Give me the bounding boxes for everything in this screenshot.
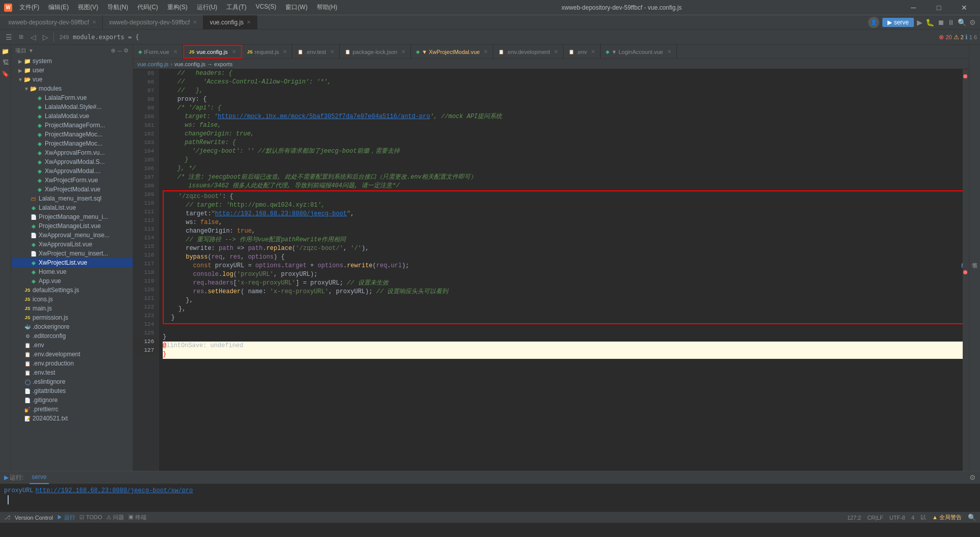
tree-item-defaultsettings[interactable]: ▶ JS defaultSettings.js bbox=[11, 286, 133, 295]
file-tab-close-login[interactable]: ✕ bbox=[667, 49, 671, 54]
line-ending[interactable]: CR|LF bbox=[867, 515, 883, 521]
file-tab-env[interactable]: 📋 .env ✕ bbox=[563, 45, 601, 59]
menu-run[interactable]: 运行(U) bbox=[193, 2, 222, 13]
file-tab-login[interactable]: ◈ ▼ LoginAccount.vue ✕ bbox=[601, 45, 676, 59]
tab-close-3[interactable]: ✕ bbox=[247, 19, 251, 25]
panel-collapse-btn[interactable]: ─ bbox=[117, 48, 122, 54]
search-everywhere-icon[interactable]: 🔍 bbox=[958, 18, 966, 26]
file-tab-pkglock[interactable]: 📋 package-lock.json ✕ bbox=[340, 45, 411, 59]
todo-btn-status[interactable]: ☑ TODO bbox=[79, 514, 102, 521]
project-view-btn[interactable]: ☰ bbox=[3, 32, 14, 43]
file-tab-env-development[interactable]: 📋 .env.development ✕ bbox=[493, 45, 563, 59]
menu-code[interactable]: 代码(C) bbox=[133, 2, 162, 13]
menu-nav[interactable]: 导航(N) bbox=[103, 2, 132, 13]
bottom-tab-serve[interactable]: serve bbox=[29, 471, 48, 484]
project-tab-3[interactable]: vue.config.js ✕ bbox=[203, 15, 257, 30]
tree-item-env-test[interactable]: ▶ 📋 .env.test bbox=[11, 368, 133, 377]
tree-item-env-prod[interactable]: ▶ 📋 .env.production bbox=[11, 359, 133, 368]
tree-item-xwproject-menu[interactable]: ▶ 📄 XwProject_menu_insert... bbox=[11, 249, 133, 258]
side-panel-header[interactable]: 项目 ▼ ⊕ ─ ⚙ bbox=[11, 45, 133, 56]
tree-item-projectmanagemoc2[interactable]: ▶ ◈ ProjectManageMoc... bbox=[11, 139, 133, 148]
menu-window[interactable]: 窗口(W) bbox=[281, 2, 311, 13]
debug-icon[interactable]: 🐛 bbox=[926, 18, 934, 26]
menu-tools[interactable]: 工具(T) bbox=[222, 2, 250, 13]
tree-item-app[interactable]: ▶ ◈ App.vue bbox=[11, 276, 133, 286]
avatar-icon[interactable]: 👤 bbox=[868, 17, 879, 28]
global-warning[interactable]: ▲ 全局警告 bbox=[932, 514, 962, 521]
tree-item-vue[interactable]: ▼ 📂 vue bbox=[11, 75, 133, 84]
file-tab-close-env[interactable]: ✕ bbox=[330, 49, 334, 54]
tree-item-system[interactable]: ▶ 📁 system bbox=[11, 56, 133, 66]
tab-close-2[interactable]: ✕ bbox=[193, 19, 197, 25]
cursor-position[interactable]: 127:2 bbox=[847, 515, 862, 521]
panel-settings-btn[interactable]: ⚙ bbox=[124, 47, 129, 54]
tree-item-dockerignore[interactable]: ▶ 🐳 .dockerignore bbox=[11, 322, 133, 331]
tree-item-lalalamodal[interactable]: ▶ ◈ LalalaModal.vue bbox=[11, 111, 133, 121]
project-icon[interactable]: 📁 bbox=[1, 47, 10, 56]
tree-item-permission-js[interactable]: ▶ JS permission.js bbox=[11, 313, 133, 322]
structure-btn[interactable]: ⊞ bbox=[15, 32, 26, 43]
settings-icon[interactable]: ⚙ bbox=[969, 18, 976, 26]
breadcrumb-exports[interactable]: vue.config.js → exports bbox=[174, 61, 232, 67]
tree-item-projectmanage-menu[interactable]: ▶ 📄 ProjectManage_menu_i... bbox=[11, 212, 133, 221]
run-btn-status[interactable]: ▶ 运行 bbox=[57, 514, 75, 521]
file-tab-close-xwpm[interactable]: ✕ bbox=[484, 49, 488, 54]
file-tab-close-envbare[interactable]: ✕ bbox=[591, 49, 595, 54]
menu-view[interactable]: 视图(V) bbox=[74, 2, 102, 13]
pause-icon[interactable]: ⏸ bbox=[947, 18, 955, 26]
menu-vcs[interactable]: VCS(S) bbox=[252, 2, 281, 13]
tree-item-20240521[interactable]: ▶ 📝 20240521.txt bbox=[11, 414, 133, 423]
tree-item-lalalalist[interactable]: ▶ ◈ LalalaList.vue bbox=[11, 203, 133, 212]
version-control-btn[interactable]: Version Control bbox=[15, 515, 53, 521]
outline-bookmarks[interactable]: 书签 bbox=[969, 254, 980, 262]
code-editor[interactable]: // headers: { // 'Access-Control-Allow-O… bbox=[159, 69, 969, 471]
close-button[interactable]: ✕ bbox=[953, 0, 976, 15]
project-tab-1[interactable]: xwweb-depository-dev-59ffbcf ✕ bbox=[2, 15, 103, 30]
run-icon-bottom[interactable]: ▶ 运行: bbox=[4, 473, 23, 482]
tree-item-xwprojectlist[interactable]: ▶ ◈ XwProjectList.vue bbox=[11, 258, 133, 267]
panel-expand-btn[interactable]: ⊕ bbox=[111, 47, 115, 54]
file-tab-close-1[interactable]: ✕ bbox=[173, 49, 177, 54]
tree-item-lalalaform[interactable]: ▶ ◈ LalalaForm.vue bbox=[11, 93, 133, 102]
menu-file[interactable]: 文件(F) bbox=[15, 2, 43, 13]
file-tab-close-vue[interactable]: ✕ bbox=[232, 49, 236, 54]
project-tab-2[interactable]: xwweb-depository-dev-59ffbcf ✕ bbox=[103, 15, 203, 30]
tree-item-prettierrc[interactable]: ▶ 💅 .prettierrc bbox=[11, 405, 133, 414]
serve-button[interactable]: ▶ serve bbox=[882, 18, 914, 27]
tree-item-xwapprovalmodal[interactable]: ▶ ◈ XwApprovalModal.... bbox=[11, 166, 133, 176]
file-tab-xwprojectmodal[interactable]: ◈ ▼ XwProjectModal.vue ✕ bbox=[411, 45, 493, 59]
tree-item-eslintignore[interactable]: ▶ ◯ .eslintignore bbox=[11, 377, 133, 386]
tree-item-lalala-sql[interactable]: ▶ 🗃 Lalala_menu_insert.sql bbox=[11, 194, 133, 203]
tree-item-xwprojectmodal[interactable]: ▶ ◈ XwProjectModal.vue bbox=[11, 185, 133, 194]
bookmark-icon[interactable]: 🔖 bbox=[1, 69, 10, 78]
terminal-url[interactable]: http://192.168.68.23:8080/jeecg-boot/xw/… bbox=[36, 486, 193, 495]
tree-item-xwapprovalform[interactable]: ▶ ◈ XwApprovalForm.vu... bbox=[11, 148, 133, 157]
tree-item-xwapprovallist[interactable]: ▶ ◈ XwApprovalList.vue bbox=[11, 240, 133, 249]
nav-back-btn[interactable]: ◁ bbox=[27, 32, 39, 43]
terminal-btn-status[interactable]: ▣ 终端 bbox=[128, 514, 146, 521]
menu-help[interactable]: 帮助(H) bbox=[313, 2, 342, 13]
search-all-icon[interactable]: 🔍 bbox=[968, 514, 976, 521]
tree-item-projectmanageform[interactable]: ▶ ◈ ProjectManageForm... bbox=[11, 121, 133, 130]
menu-edit[interactable]: 编辑(E) bbox=[44, 2, 73, 13]
tree-item-xwapproval-menu[interactable]: ▶ 📄 XwApproval_menu_inse... bbox=[11, 231, 133, 240]
file-tab-close-req[interactable]: ✕ bbox=[283, 49, 287, 54]
file-tab-close-pkg[interactable]: ✕ bbox=[401, 49, 405, 54]
indent-size[interactable]: 4 bbox=[911, 515, 914, 521]
encoding[interactable]: UTF-8 bbox=[889, 515, 905, 521]
tree-item-projectmanagelist[interactable]: ▶ ◈ ProjectManageList.vue bbox=[11, 221, 133, 231]
problem-btn-status[interactable]: ⚠ 问题 bbox=[106, 514, 124, 521]
tree-item-xwprojectform[interactable]: ▶ ◈ XwProjectForm.vue bbox=[11, 176, 133, 185]
tree-item-modules[interactable]: ▼ 📂 modules bbox=[11, 84, 133, 93]
tab-close-1[interactable]: ✕ bbox=[92, 19, 96, 25]
minimize-button[interactable]: ─ bbox=[902, 0, 925, 15]
tree-item-user[interactable]: ▶ 📁 user bbox=[11, 66, 133, 75]
tree-item-projectmanagemoc1[interactable]: ▶ ◈ ProjectManageMoc... bbox=[11, 130, 133, 139]
tree-item-editorconfig[interactable]: ▶ ⚙ .editorconfig bbox=[11, 331, 133, 341]
breadcrumb-file[interactable]: vue.config.js bbox=[137, 61, 168, 67]
file-tab-env-test[interactable]: 📋 .env.test ✕ bbox=[292, 45, 340, 59]
file-tab-request[interactable]: JS request.js ✕ bbox=[242, 45, 293, 59]
menu-refactor[interactable]: 重构(S) bbox=[163, 2, 192, 13]
stop-icon[interactable]: ⏹ bbox=[937, 18, 944, 26]
tree-item-xwapprovalmodal-s[interactable]: ▶ ◈ XwApprovalModal.S... bbox=[11, 157, 133, 166]
